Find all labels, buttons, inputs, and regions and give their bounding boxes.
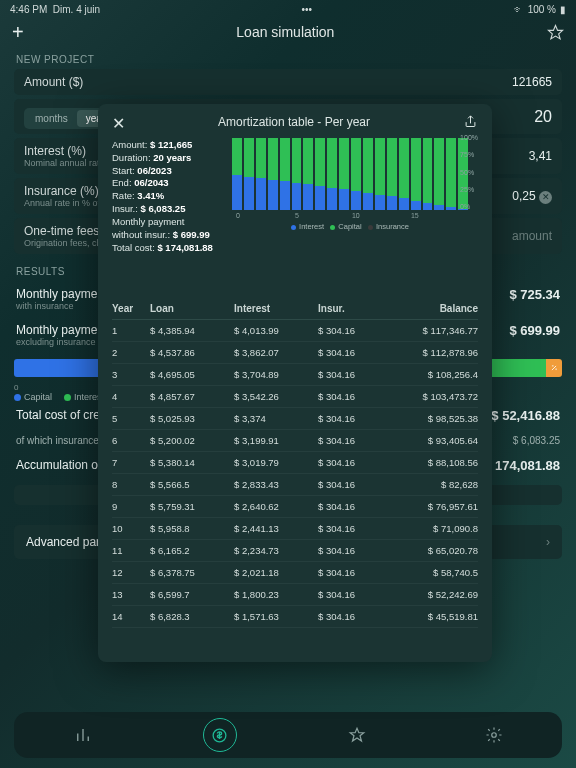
- accumulation: $ 174,081.88: [484, 458, 560, 473]
- page-title: Loan simulation: [24, 24, 547, 40]
- amount-field[interactable]: Amount ($) 121665: [14, 69, 562, 95]
- tab-favorites[interactable]: [340, 718, 374, 752]
- monthly-without-insurance: $ 699.99: [509, 323, 560, 338]
- section-new-project: NEW PROJECT: [14, 46, 562, 69]
- tab-chart[interactable]: [66, 718, 100, 752]
- table-row[interactable]: 5$ 5,025.93$ 3,374$ 304.16$ 98,525.38: [112, 408, 478, 430]
- tab-bar: [14, 712, 562, 758]
- table-row[interactable]: 10$ 5,958.8$ 2,441.13$ 304.16$ 71,090.8: [112, 518, 478, 540]
- battery-icon: ▮: [560, 4, 566, 15]
- table-row[interactable]: 8$ 5,566.5$ 2,833.43$ 304.16$ 82,628: [112, 474, 478, 496]
- total-cost: $ 52,416.88: [491, 408, 560, 423]
- amortization-table: Year Loan Interest Insur. Balance 1$ 4,3…: [112, 298, 478, 652]
- clear-icon[interactable]: ✕: [539, 191, 552, 204]
- add-button[interactable]: +: [12, 21, 24, 44]
- favorite-button[interactable]: [547, 24, 564, 41]
- amortization-modal: ✕ Amortization table - Per year Amount: …: [98, 104, 492, 662]
- table-row[interactable]: 3$ 4,695.05$ 3,704.89$ 304.16$ 108,256.4: [112, 364, 478, 386]
- table-row[interactable]: 14$ 6,828.3$ 1,571.63$ 304.16$ 45,519.81: [112, 606, 478, 628]
- table-row[interactable]: 4$ 4,857.67$ 3,542.26$ 304.16$ 103,473.7…: [112, 386, 478, 408]
- tab-loan[interactable]: [203, 718, 237, 752]
- app-header: + Loan simulation: [0, 18, 576, 46]
- table-row[interactable]: 1$ 4,385.94$ 4,013.99$ 304.16$ 117,346.7…: [112, 320, 478, 342]
- chevron-right-icon: ›: [546, 535, 550, 549]
- status-bar: 4:46 PM Dim. 4 juin ••• ᯤ 100 % ▮: [0, 0, 576, 18]
- tab-settings[interactable]: [477, 718, 511, 752]
- monthly-with-insurance: $ 725.34: [509, 287, 560, 302]
- amortization-chart: 100%75%50%25%0% 0 5 10 15 Interest Capit…: [224, 134, 476, 234]
- wifi-icon: ᯤ: [514, 4, 524, 15]
- share-button[interactable]: [463, 114, 478, 129]
- close-button[interactable]: ✕: [112, 114, 125, 133]
- svg-marker-0: [548, 25, 562, 38]
- table-row[interactable]: 9$ 5,759.31$ 2,640.62$ 304.16$ 76,957.61: [112, 496, 478, 518]
- svg-marker-2: [350, 728, 364, 741]
- table-row[interactable]: 2$ 4,537.86$ 3,862.07$ 304.16$ 112,878.9…: [112, 342, 478, 364]
- svg-point-3: [491, 733, 496, 738]
- table-row[interactable]: 11$ 6,165.2$ 2,234.73$ 304.16$ 65,020.78: [112, 540, 478, 562]
- table-row[interactable]: 13$ 6,599.7$ 1,800.23$ 304.16$ 52,242.69: [112, 584, 478, 606]
- table-row[interactable]: 6$ 5,200.02$ 3,199.91$ 304.16$ 93,405.64: [112, 430, 478, 452]
- table-row[interactable]: 7$ 5,380.14$ 3,019.79$ 304.16$ 88,108.56: [112, 452, 478, 474]
- table-row[interactable]: 12$ 6,378.75$ 2,021.18$ 304.16$ 58,740.5: [112, 562, 478, 584]
